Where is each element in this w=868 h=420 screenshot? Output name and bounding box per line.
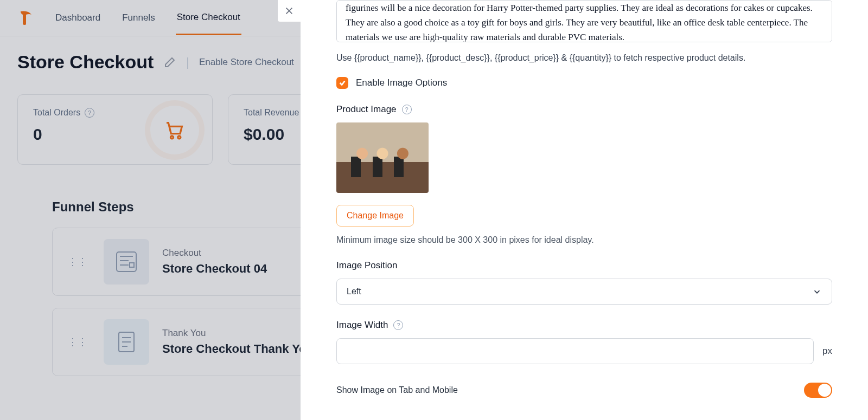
help-icon[interactable]: ? [402,105,412,114]
image-width-input[interactable] [336,338,814,364]
image-position-label: Image Position [336,260,397,271]
show-image-mobile-label: Show Image on Tab and Mobile [336,385,458,395]
chevron-down-icon [812,287,822,296]
product-image-preview [336,122,429,193]
change-image-button[interactable]: Change Image [336,205,414,227]
image-size-hint: Minimum image size should be 300 X 300 i… [336,235,832,245]
image-width-unit: px [822,346,832,357]
enable-image-options-checkbox[interactable] [336,77,348,89]
image-position-select[interactable]: Left [336,279,832,305]
enable-image-options-label: Enable Image Options [356,77,447,88]
product-description-input[interactable] [336,0,832,42]
help-icon[interactable]: ? [393,320,403,330]
product-image-label: Product Image [336,104,397,115]
image-width-label: Image Width [336,320,388,331]
show-image-mobile-toggle[interactable] [804,383,832,398]
image-position-value: Left [347,287,361,296]
close-icon[interactable] [278,0,301,22]
placeholders-hint: Use {{product_name}}, {{product_desc}}, … [336,53,832,63]
